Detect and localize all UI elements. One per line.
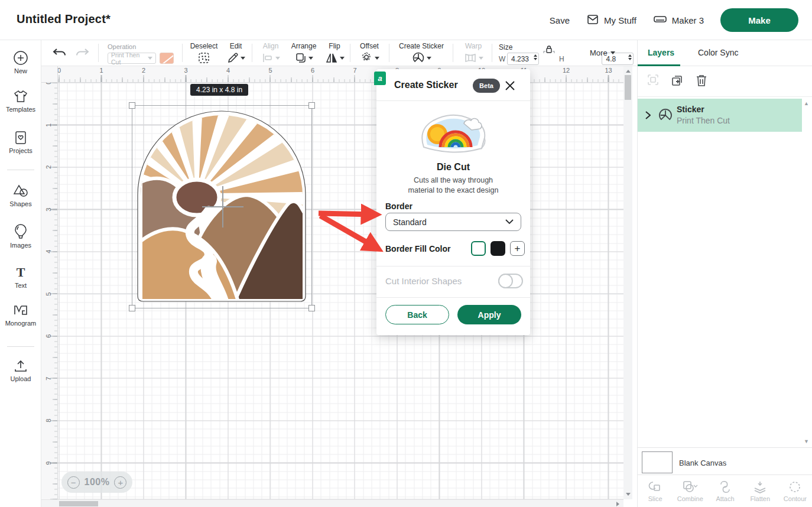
- sidebar-item-images[interactable]: Images: [0, 223, 41, 249]
- redo-button[interactable]: [74, 46, 90, 63]
- sidebar-item-monogram[interactable]: Monogram: [0, 303, 41, 327]
- fill-swatch-white[interactable]: [471, 241, 486, 256]
- slice-button[interactable]: Slice: [638, 475, 673, 507]
- sidebar-divider: [7, 346, 34, 347]
- arrange-button[interactable]: Arrange: [287, 42, 320, 64]
- cut-interior-toggle[interactable]: [498, 274, 523, 288]
- selection-handle-bottom-left[interactable]: [129, 305, 135, 311]
- flip-icon: [325, 52, 338, 64]
- chevron-down-icon: [505, 219, 514, 225]
- border-select[interactable]: Standard: [385, 213, 521, 231]
- scrollbar-thumb[interactable]: [59, 501, 98, 506]
- my-stuff-button[interactable]: My Stuff: [586, 13, 636, 28]
- chevron-down-icon: [241, 57, 245, 60]
- die-cut-title: Die Cut: [376, 162, 530, 173]
- tab-layers[interactable]: Layers: [648, 48, 674, 57]
- width-input[interactable]: [508, 54, 529, 65]
- sticker-layer-icon: [658, 108, 673, 123]
- lock-aspect-icon[interactable]: [543, 45, 556, 54]
- flatten-icon: [753, 480, 767, 494]
- offset-button[interactable]: Offset: [353, 42, 385, 64]
- ruler-corner: [41, 66, 58, 83]
- pencil-icon: [227, 52, 239, 64]
- apply-button[interactable]: Apply: [457, 305, 521, 324]
- scrollbar-thumb[interactable]: [625, 75, 631, 100]
- chevron-right-icon[interactable]: [645, 110, 651, 120]
- text-icon: T: [13, 265, 28, 280]
- border-label: Border: [385, 202, 413, 211]
- sidebar-item-templates[interactable]: Templates: [0, 89, 41, 113]
- selection-handle-top-right[interactable]: [308, 102, 315, 109]
- width-stepper[interactable]: [534, 54, 537, 60]
- attach-button[interactable]: Attach: [707, 475, 742, 507]
- sidebar-divider: [7, 170, 34, 170]
- slice-icon: [648, 480, 662, 494]
- machine-selector[interactable]: Maker 3: [653, 13, 704, 28]
- create-sticker-button[interactable]: Create Sticker: [394, 42, 449, 64]
- chevron-down-icon: [308, 57, 313, 60]
- create-sticker-panel: a Create Sticker Beta Die Cut Cuts all t…: [376, 69, 530, 335]
- scroll-right-arrow[interactable]: [616, 502, 619, 506]
- sidebar-item-projects[interactable]: Projects: [0, 130, 41, 154]
- scroll-down-arrow[interactable]: [626, 493, 631, 496]
- add-color-button[interactable]: +: [510, 241, 525, 256]
- more-button[interactable]: More: [590, 48, 615, 57]
- sidebar-item-upload[interactable]: Upload: [0, 358, 41, 382]
- die-cut-desc: Cuts all the way through: [376, 176, 530, 184]
- tshirt-icon: [12, 89, 29, 104]
- duplicate-icon[interactable]: [670, 73, 684, 87]
- operation-label: Operation: [108, 43, 136, 50]
- panel-scroll-down-arrow[interactable]: ▼: [804, 438, 809, 444]
- flatten-button[interactable]: Flatten: [743, 475, 778, 507]
- make-button[interactable]: Make: [720, 8, 798, 32]
- close-icon[interactable]: [504, 79, 517, 92]
- contour-button[interactable]: Contour: [778, 475, 812, 507]
- back-button[interactable]: Back: [385, 305, 449, 324]
- header-bar: Untitled Project* Save My Stuff Maker 3 …: [0, 0, 812, 40]
- height-stepper[interactable]: [628, 54, 632, 60]
- tab-color-sync[interactable]: Color Sync: [698, 48, 738, 57]
- scroll-up-arrow[interactable]: [626, 70, 631, 73]
- canvas-horizontal-scrollbar[interactable]: [41, 499, 623, 507]
- design-canvas[interactable]: 012345678910111213 0123456789 4.23 in x …: [41, 66, 623, 499]
- edit-button[interactable]: Edit: [222, 42, 249, 64]
- operation-color-swatch[interactable]: [160, 53, 174, 64]
- vertical-ruler-numbers: 0123456789: [41, 83, 56, 484]
- edit-toolbar: Operation Print Then Cut Deselect Edit A…: [41, 40, 637, 66]
- machine-icon: [653, 13, 667, 28]
- zoom-in-button[interactable]: +: [114, 476, 126, 489]
- panel-scroll-up-arrow[interactable]: ▲: [804, 100, 809, 106]
- border-fill-color-label: Border Fill Color: [385, 244, 450, 254]
- my-stuff-icon: [586, 13, 599, 28]
- fill-swatch-black[interactable]: [491, 241, 505, 256]
- vertical-ruler: 0123456789: [41, 83, 58, 499]
- canvas-vertical-scrollbar[interactable]: [623, 66, 632, 499]
- trash-icon[interactable]: [695, 73, 708, 87]
- active-tab-underline: [638, 64, 680, 66]
- blank-canvas-label: Blank Canvas: [679, 459, 726, 467]
- warp-button: Warp: [459, 42, 488, 64]
- align-icon: [262, 53, 274, 63]
- undo-button[interactable]: [52, 46, 67, 63]
- blank-canvas-thumbnail[interactable]: [642, 451, 673, 473]
- chevron-down-icon: [340, 57, 345, 60]
- combine-button[interactable]: Combine: [673, 475, 707, 507]
- save-button[interactable]: Save: [550, 15, 570, 25]
- layer-row-sticker[interactable]: Sticker Print Then Cut: [638, 99, 802, 132]
- sidebar-item-text[interactable]: T Text: [0, 265, 41, 289]
- flip-button[interactable]: Flip: [321, 42, 347, 64]
- selection-handle-top-left[interactable]: [129, 102, 135, 109]
- shapes-icon: [12, 183, 29, 199]
- panel-tabs: Layers Color Sync: [638, 40, 812, 66]
- project-title: Untitled Project*: [17, 12, 111, 26]
- deselect-button[interactable]: Deselect: [187, 42, 221, 64]
- selection-handle-bottom-right[interactable]: [308, 305, 315, 311]
- operation-dropdown[interactable]: Print Then Cut: [108, 53, 156, 64]
- sidebar-item-new[interactable]: New: [0, 50, 41, 74]
- cut-interior-shapes-label: Cut Interior Shapes: [385, 276, 462, 286]
- group-icon: [647, 73, 660, 86]
- zoom-out-button[interactable]: −: [67, 476, 80, 489]
- sidebar-item-shapes[interactable]: Shapes: [0, 183, 41, 207]
- die-cut-sticker-illustration: [418, 110, 489, 158]
- layer-operation: Print Then Cut: [677, 116, 730, 125]
